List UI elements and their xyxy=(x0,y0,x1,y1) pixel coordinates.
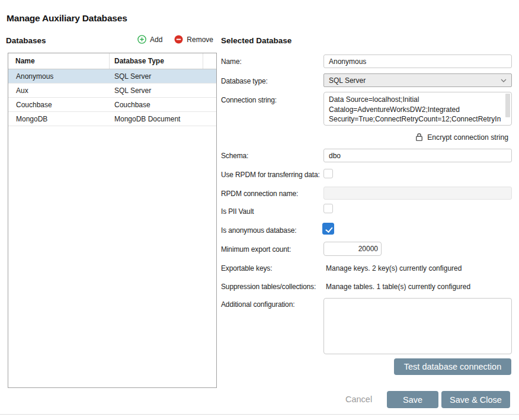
db-name-cell: Aux xyxy=(8,86,110,95)
column-header-empty xyxy=(203,53,216,69)
add-button[interactable]: Add xyxy=(137,35,162,44)
save-button[interactable]: Save xyxy=(387,391,438,408)
encrypt-link-label: Encrypt connection string xyxy=(427,133,508,142)
cancel-button[interactable]: Cancel xyxy=(345,395,372,404)
add-icon xyxy=(137,35,146,44)
db-type-cell: SQL Server xyxy=(110,86,151,95)
save-and-close-button[interactable]: Save & Close xyxy=(441,391,510,408)
use-rpdm-label: Use RPDM for transferring data: xyxy=(221,171,320,179)
database-type-label: Database type: xyxy=(221,77,268,85)
selected-database-section-label: Selected Database xyxy=(221,36,291,45)
lock-icon xyxy=(415,133,423,142)
db-name-cell: MongoDB xyxy=(8,115,110,123)
db-type-cell: SQL Server xyxy=(110,72,151,81)
connection-string-scrollbar[interactable] xyxy=(505,94,510,117)
exportable-keys-label: Exportable keys: xyxy=(221,264,272,272)
manage-auxiliary-databases-dialog: Manage Auxiliary Databases Databases Add… xyxy=(0,0,519,420)
database-type-select[interactable]: SQL Server xyxy=(323,73,512,87)
column-header-name[interactable]: Name xyxy=(8,53,110,69)
schema-input[interactable]: dbo xyxy=(323,149,512,162)
table-row[interactable]: AnonymousSQL Server xyxy=(8,69,216,84)
is-pii-vault-checkbox[interactable] xyxy=(323,204,333,213)
is-pii-vault-label: Is PII Vault xyxy=(221,207,254,216)
table-row[interactable]: CouchbaseCouchbase xyxy=(8,98,216,112)
db-name-cell: Anonymous xyxy=(8,72,110,81)
remove-button[interactable]: Remove xyxy=(174,35,213,44)
name-input[interactable]: Anonymous xyxy=(323,54,512,68)
remove-icon xyxy=(174,35,183,44)
databases-toolbar: Add Remove xyxy=(137,35,213,44)
db-type-cell: Couchbase xyxy=(110,101,150,109)
remove-label: Remove xyxy=(187,36,213,44)
encrypt-connection-string-link[interactable]: Encrypt connection string xyxy=(323,133,508,142)
add-label: Add xyxy=(150,36,162,44)
use-rpdm-checkbox[interactable] xyxy=(323,169,333,178)
rpdm-connection-name-input[interactable] xyxy=(323,187,512,200)
databases-table: Name Database Type AnonymousSQL ServerAu… xyxy=(8,53,217,388)
minimum-export-count-input[interactable]: 20000 xyxy=(323,242,382,256)
manage-keys-link[interactable]: Manage keys. 2 key(s) currently configur… xyxy=(326,264,462,272)
name-label: Name: xyxy=(221,57,242,66)
bottom-divider xyxy=(0,414,519,415)
chevron-down-icon xyxy=(501,79,507,82)
table-row[interactable]: MongoDBMongoDB Document xyxy=(8,112,216,126)
db-name-cell: Couchbase xyxy=(8,101,110,109)
database-type-value: SQL Server xyxy=(329,76,366,85)
connection-string-textarea[interactable]: Data Source=localhost;Initial Catalog=Ad… xyxy=(323,92,512,126)
suppression-tables-label: Suppression tables/collections: xyxy=(221,283,316,291)
test-database-connection-button[interactable]: Test database connection xyxy=(394,358,511,375)
table-row[interactable]: AuxSQL Server xyxy=(8,84,216,98)
is-anonymous-database-label: Is anonymous database: xyxy=(221,226,296,235)
rpdm-connection-name-label: RPDM connection name: xyxy=(221,190,298,198)
schema-label: Schema: xyxy=(221,152,248,160)
databases-section-label: Databases xyxy=(6,36,46,45)
column-header-database-type[interactable]: Database Type xyxy=(110,53,203,69)
additional-configuration-label: Additional configuration: xyxy=(221,300,294,309)
table-header: Name Database Type xyxy=(8,53,216,69)
manage-tables-link[interactable]: Manage tables. 1 table(s) currently conf… xyxy=(326,283,470,291)
page-title: Manage Auxiliary Databases xyxy=(7,13,127,24)
db-type-cell: MongoDB Document xyxy=(110,115,180,123)
minimum-export-count-label: Minimum export count: xyxy=(221,245,291,254)
is-anonymous-database-checkbox[interactable] xyxy=(322,223,334,235)
connection-string-label: Connection string: xyxy=(221,96,277,104)
additional-configuration-textarea[interactable] xyxy=(323,298,512,354)
table-body: AnonymousSQL ServerAuxSQL ServerCouchbas… xyxy=(8,69,216,126)
